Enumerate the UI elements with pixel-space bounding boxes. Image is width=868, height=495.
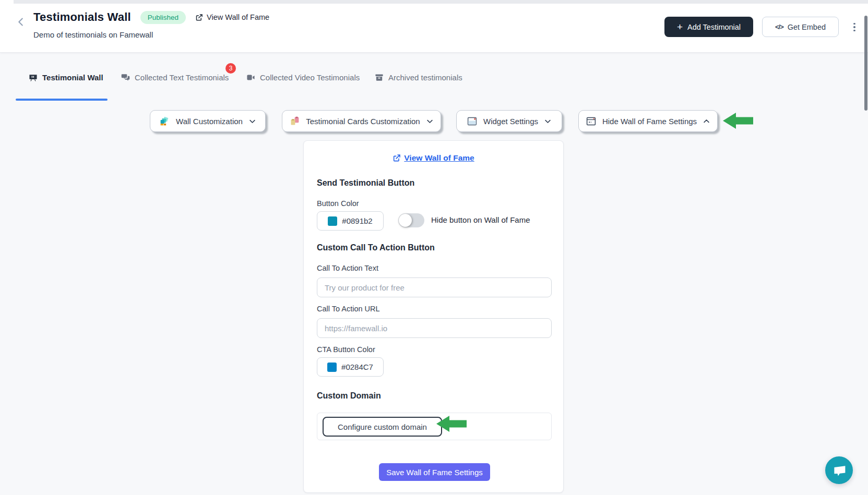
page-title: Testimonials Wall — [33, 10, 131, 24]
wall-icon — [29, 73, 38, 82]
chevron-down-icon — [426, 117, 434, 125]
color-swatch-teal — [328, 216, 337, 226]
toolbar-label: Hide Wall of Fame Settings — [602, 117, 697, 126]
hide-button-toggle[interactable] — [398, 213, 424, 227]
tab-label: Testimonial Wall — [42, 73, 103, 82]
cta-url-input[interactable] — [317, 318, 552, 338]
wall-of-fame-window-icon — [586, 116, 597, 127]
cta-color-picker[interactable]: #0284C7 — [317, 357, 384, 377]
toolbar-label: Widget Settings — [483, 117, 538, 126]
archive-box-icon — [375, 73, 384, 82]
chevron-left-icon — [15, 16, 27, 28]
chevron-down-icon — [248, 117, 256, 125]
video-camera-icon — [246, 73, 255, 82]
back-button[interactable] — [14, 15, 28, 30]
text-testimonials-count-badge: 3 — [225, 63, 236, 74]
scrollbar-thumb[interactable] — [864, 16, 867, 111]
custom-domain-box: Configure custom domain — [317, 413, 552, 440]
get-embed-label: Get Embed — [788, 23, 826, 31]
tab-label: Collected Video Testimonials — [260, 73, 360, 82]
external-link-icon — [393, 154, 401, 162]
tab-testimonial-wall[interactable]: Testimonial Wall — [29, 73, 103, 82]
button-color-value: #0891b2 — [342, 216, 372, 225]
cta-url-label: Call To Action URL — [317, 305, 380, 313]
custom-cta-heading: Custom Call To Action Button — [317, 243, 435, 252]
hide-wall-of-fame-settings-button[interactable]: Hide Wall of Fame Settings — [578, 110, 718, 132]
widget-settings-button[interactable]: Widget Settings — [456, 110, 562, 132]
wall-customization-button[interactable]: Wall Customization — [150, 110, 266, 132]
green-pointer-arrow — [723, 113, 753, 129]
view-wall-of-fame-label: View Wall of Fame — [207, 13, 269, 21]
button-color-label: Button Color — [317, 199, 359, 208]
send-testimonial-heading: Send Testimonial Button — [317, 178, 414, 188]
speech-bubbles-icon — [121, 73, 130, 82]
tab-collected-video-testimonials[interactable]: Collected Video Testimonials — [246, 73, 360, 82]
plus-icon: + — [677, 22, 683, 32]
header: Testimonials Wall Published View Wall of… — [0, 4, 868, 53]
cards-icon — [289, 116, 300, 127]
toolbar-label: Testimonial Cards Customization — [306, 117, 420, 126]
chevron-down-icon — [544, 117, 552, 125]
button-color-picker[interactable]: #0891b2 — [317, 211, 384, 231]
green-pointer-arrow — [436, 416, 467, 432]
custom-domain-heading: Custom Domain — [317, 391, 381, 401]
save-wall-of-fame-settings-button[interactable]: Save Wall of Fame Settings — [379, 463, 490, 481]
add-testimonial-label: Add Testimonial — [687, 23, 741, 31]
chevron-up-icon — [703, 117, 710, 125]
toggle-knob — [399, 214, 412, 227]
status-badge: Published — [140, 11, 186, 24]
kebab-menu-button[interactable] — [849, 19, 860, 35]
cta-color-value: #0284C7 — [341, 363, 373, 371]
wall-of-fame-settings-panel: View Wall of Fame Send Testimonial Butto… — [303, 140, 564, 493]
tab-collected-text-testimonials[interactable]: Collected Text Testimonials — [121, 73, 229, 82]
cta-text-input[interactable] — [317, 277, 552, 297]
app-screen: Testimonials Wall Published View Wall of… — [0, 0, 868, 495]
cta-text-label: Call To Action Text — [317, 264, 378, 272]
tab-archived-testimonials[interactable]: Archived testimonials — [375, 73, 462, 82]
tab-label: Archived testimonials — [388, 73, 462, 82]
external-link-icon — [195, 14, 203, 21]
browser-edge-strip — [0, 0, 868, 4]
get-embed-button[interactable]: </> Get Embed — [762, 17, 839, 37]
hide-button-toggle-label: Hide button on Wall of Fame — [431, 215, 530, 224]
wall-customization-icon — [159, 116, 170, 127]
cta-color-label: CTA Button Color — [317, 345, 375, 354]
toolbar-label: Wall Customization — [176, 117, 243, 126]
tab-label: Collected Text Testimonials — [135, 73, 229, 82]
code-icon: </> — [775, 23, 783, 31]
title-block: Testimonials Wall Published View Wall of… — [33, 10, 269, 39]
testimonial-cards-customization-button[interactable]: Testimonial Cards Customization — [282, 110, 441, 132]
add-testimonial-button[interactable]: + Add Testimonial — [664, 17, 753, 37]
page-subtitle: Demo of testimonials on Famewall — [33, 30, 269, 39]
panel-view-wall-of-fame-link[interactable]: View Wall of Fame — [304, 153, 563, 163]
configure-custom-domain-button[interactable]: Configure custom domain — [323, 417, 442, 437]
chat-widget-button[interactable] — [825, 456, 853, 484]
view-wall-of-fame-link[interactable]: View Wall of Fame — [195, 13, 269, 21]
color-swatch-blue — [327, 363, 337, 372]
panel-view-wall-label: View Wall of Fame — [404, 153, 474, 163]
active-tab-underline — [16, 99, 108, 101]
chat-bubble-icon — [832, 464, 847, 477]
widget-icon — [467, 116, 478, 127]
